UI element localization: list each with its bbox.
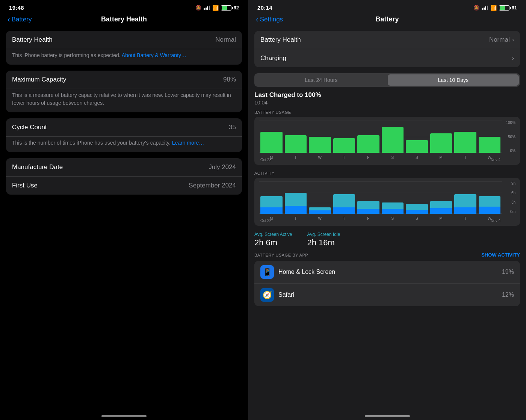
activity-active-bar-5 <box>382 202 404 209</box>
left-battery-pct: 62 <box>234 5 239 11</box>
battery-health-value: Normal <box>215 36 236 44</box>
battery-usage-label: BATTERY USAGE <box>254 110 520 115</box>
activity-active-bar-9 <box>479 196 501 207</box>
activity-chart: MTWTFSSMTW 9h 6h 3h 0m Oct 28 Nov 4 <box>254 178 520 226</box>
last-24-hours-button[interactable]: Last 24 Hours <box>255 74 387 86</box>
right-back-button[interactable]: ‹ Settings <box>256 15 283 24</box>
battery-bar-col-6: S <box>406 121 428 153</box>
activity-label: ACTIVITY <box>254 171 520 175</box>
battery-usage-section: BATTERY USAGE MTWTFSSMTW 100% 50% 0% <box>254 110 520 165</box>
battery-usage-chart: MTWTFSSMTW 100% 50% 0% Oct 28 Nov 4 <box>254 117 520 165</box>
left-content: Battery Health Normal This iPhone batter… <box>0 28 248 420</box>
right-nav-title: Battery <box>375 15 399 23</box>
activity-bar-col-7: M <box>430 181 452 214</box>
activity-idle-bar-5 <box>382 209 404 214</box>
dates-card: Manufacture Date July 2024 First Use Sep… <box>6 158 242 195</box>
battery-health-settings-value-row: Normal › <box>489 36 514 44</box>
left-wifi-icon: 📶 <box>212 5 219 11</box>
activity-active-bar-4 <box>357 201 379 209</box>
activity-stats: Avg. Screen Active 2h 6m Avg. Screen Idl… <box>254 232 520 248</box>
battery-health-settings-row[interactable]: Battery Health Normal › <box>254 31 520 49</box>
activity-active-bar-6 <box>406 204 428 210</box>
cycle-count-label: Cycle Count <box>12 124 47 131</box>
activity-idle-bar-6 <box>406 210 428 214</box>
battery-bar-col-4: F <box>357 121 379 153</box>
battery-bar-5 <box>382 127 404 153</box>
battery-bar-0 <box>260 132 283 153</box>
battery-bar-col-1: T <box>285 121 307 153</box>
max-capacity-row: Maximum Capacity 98% <box>6 71 242 89</box>
left-signal-icon <box>204 6 210 10</box>
battery-bar-6 <box>406 140 428 153</box>
activity-idle-bar-3 <box>333 207 355 214</box>
right-bell-icon: 🔕 <box>473 5 479 11</box>
activity-idle-bar-1 <box>285 206 307 214</box>
left-back-button[interactable]: ‹ Battery <box>8 15 32 24</box>
learn-more-link[interactable]: Learn more… <box>172 140 204 146</box>
battery-bar-col-2: W <box>309 121 331 153</box>
battery-health-description: This iPhone battery is performing as exp… <box>6 49 242 65</box>
left-battery-icon <box>221 5 231 11</box>
avg-screen-active-value: 2h 6m <box>254 238 292 248</box>
activity-bar-col-4: F <box>357 181 379 214</box>
activity-bar-col-1: T <box>285 181 307 214</box>
manufacture-date-value: July 2024 <box>209 163 236 171</box>
activity-bar-col-5: S <box>382 181 404 214</box>
left-status-bar: 19:48 🔕 📶 62 <box>0 0 248 14</box>
right-nav-bar: ‹ Settings Battery <box>248 14 526 28</box>
activity-bar-col-2: W <box>309 181 331 214</box>
charging-chevron-icon: › <box>512 55 514 62</box>
left-status-icons: 🔕 📶 62 <box>195 5 239 11</box>
avg-screen-active-label: Avg. Screen Active <box>254 232 292 237</box>
safari-app-pct: 12% <box>502 292 514 298</box>
charging-row[interactable]: Charging › <box>254 49 520 67</box>
app-row-home[interactable]: 📱 Home & Lock Screen 19% <box>254 261 520 284</box>
activity-bars: MTWTFSSMTW <box>259 181 502 214</box>
battery-bar-col-7: M <box>430 121 452 153</box>
left-home-indicator <box>101 415 147 417</box>
activity-chart-area: MTWTFSSMTW 9h 6h 3h 0m Oct 28 Nov 4 <box>259 181 515 223</box>
activity-bar-col-9: W <box>479 181 501 214</box>
battery-bar-col-5: S <box>382 121 404 153</box>
max-capacity-card: Maximum Capacity 98% This is a measure o… <box>6 71 242 112</box>
activity-active-bar-7 <box>430 201 452 208</box>
left-nav-title: Battery Health <box>101 15 147 23</box>
last-10-days-button[interactable]: Last 10 Days <box>388 74 519 86</box>
right-battery-fill <box>500 6 505 10</box>
battery-bar-9 <box>479 137 501 153</box>
activity-y-axis: 9h 6h 3h 0m <box>502 181 515 214</box>
right-content: Battery Health Normal › Charging › Last … <box>248 28 526 420</box>
app-row-safari[interactable]: 🧭 Safari 12% <box>254 284 520 306</box>
left-time: 19:48 <box>9 5 24 11</box>
avg-screen-idle-label: Avg. Screen Idle <box>307 232 340 237</box>
activity-x-dates: Oct 28 Nov 4 <box>259 219 502 223</box>
activity-active-bar-2 <box>309 207 331 211</box>
activity-section: ACTIVITY MTWTFSSMTW 9h 6h 3h <box>254 171 520 226</box>
max-capacity-description: This is a measure of battery capacity re… <box>6 89 242 112</box>
cycle-count-row: Cycle Count 35 <box>6 118 242 137</box>
show-activity-button[interactable]: SHOW ACTIVITY <box>481 252 520 258</box>
safari-app-icon-glyph: 🧭 <box>263 290 272 299</box>
activity-y-3h: 3h <box>511 200 515 204</box>
home-app-icon: 📱 <box>260 265 274 279</box>
activity-y-9h: 9h <box>511 181 515 186</box>
battery-health-settings-value: Normal <box>489 36 510 44</box>
y-label-50: 50% <box>508 135 515 139</box>
left-bell-icon: 🔕 <box>195 5 201 11</box>
right-back-label: Settings <box>260 16 283 23</box>
right-wifi-icon: 📶 <box>490 5 497 11</box>
battery-bar-4 <box>357 135 379 153</box>
cycle-count-value: 35 <box>229 124 236 131</box>
battery-bar-3 <box>333 138 355 153</box>
battery-bar-2 <box>309 137 331 153</box>
battery-health-row: Battery Health Normal <box>6 31 242 49</box>
battery-warranty-link[interactable]: About Battery & Warranty… <box>122 52 186 58</box>
right-status-bar: 20:14 🔕 📶 61 <box>248 0 526 14</box>
activity-idle-bar-9 <box>479 207 501 214</box>
charging-label: Charging <box>260 54 286 62</box>
battery-usage-chart-area: MTWTFSSMTW 100% 50% 0% Oct 28 Nov 4 <box>259 121 515 162</box>
activity-idle-bar-0 <box>260 207 283 214</box>
activity-active-bar-3 <box>333 194 355 207</box>
right-back-chevron-icon: ‹ <box>256 15 258 24</box>
activity-bar-col-0: M <box>260 181 283 214</box>
